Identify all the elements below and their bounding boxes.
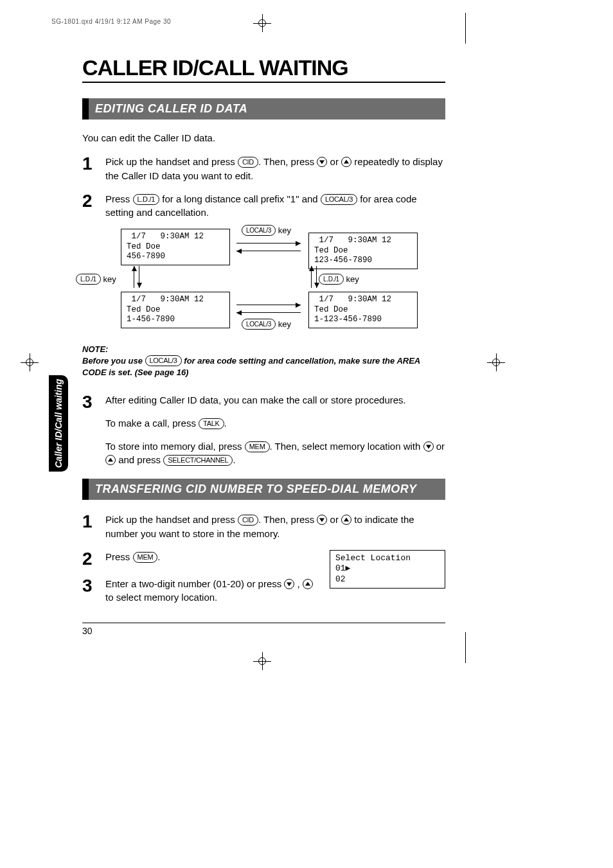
down-arrow-key-icon: [317, 157, 327, 167]
step-text: To make a call, press: [105, 418, 199, 429]
step-text: . Then, select memory location with: [270, 441, 423, 452]
arrow-right-icon: [236, 305, 301, 305]
select-channel-key-icon: SELECT/CHANNEL: [163, 455, 233, 466]
step-3: 3 Enter a two-digit number (01-20) or pr…: [82, 577, 317, 605]
down-arrow-key-icon: [284, 579, 294, 589]
page-body: CALLER ID/CALL WAITING EDITING CALLER ID…: [82, 55, 445, 636]
registration-mark-icon: [487, 353, 505, 371]
up-arrow-key-icon: [303, 579, 313, 589]
lcd-screen: 1/7 9:30AM 12 Ted Doe 1-456-7890: [121, 292, 230, 328]
step-number: 3: [82, 393, 99, 467]
note-text: Before you use LOCAL/3 for area code set…: [82, 355, 445, 378]
diagram-key-label: L.D./1 key: [76, 274, 116, 285]
cid-key-icon: CID: [238, 515, 258, 526]
step-text: Pick up the handset and press: [105, 156, 238, 167]
page-number: 30: [82, 623, 445, 636]
step-2: 2 Press MEM.: [82, 550, 317, 568]
step-text: or: [327, 514, 341, 525]
step-2: 2 Press L.D./1 for a long distance call …: [82, 192, 445, 220]
ld1-key-icon: L.D./1: [76, 274, 101, 285]
memory-lcd-screen: Select Location 01▶ 02: [330, 550, 445, 589]
step-text: ,: [294, 578, 303, 589]
side-tab-label: Caller ID/Call waiting: [53, 379, 64, 468]
step-3: 3 After editing Caller ID data, you can …: [82, 393, 445, 467]
step-text: or: [327, 156, 341, 167]
arrow-left-icon: [236, 251, 301, 251]
step-number: 2: [82, 192, 99, 220]
step-text: Press: [105, 551, 133, 562]
step-text: to select memory location.: [105, 592, 217, 603]
lcd-screen: 1/7 9:30AM 12 Ted Doe 1-123-456-7890: [308, 292, 418, 328]
cid-key-icon: CID: [238, 157, 258, 168]
registration-mark-icon: [253, 652, 271, 670]
step-text: .: [233, 454, 235, 465]
arrow-right-icon: [236, 243, 301, 244]
lcd-transition-diagram: 1/7 9:30AM 12 Ted Doe 456-7890 1/7 9:30A…: [108, 229, 468, 338]
step-text: Enter a two-digit number (01-20) or pres…: [105, 578, 284, 589]
ld1-key-icon: L.D./1: [133, 194, 160, 205]
step-text: Press: [105, 193, 133, 204]
arrow-left-icon: [236, 312, 301, 313]
side-tab: Caller ID/Call waiting: [49, 375, 68, 472]
registration-mark-icon: [21, 353, 39, 371]
mem-key-icon: MEM: [245, 441, 270, 452]
arrow-down-icon: [316, 266, 317, 288]
chapter-title: CALLER ID/CALL WAITING: [82, 55, 445, 83]
down-arrow-key-icon: [423, 441, 434, 452]
arrow-down-icon: [139, 266, 139, 288]
local3-key-icon: LOCAL/3: [321, 194, 357, 205]
step-text: After editing Caller ID data, you can ma…: [105, 393, 445, 407]
lcd-screen: 1/7 9:30AM 12 Ted Doe 456-7890: [121, 229, 230, 265]
step-text: . Then, press: [258, 156, 317, 167]
talk-key-icon: TALK: [199, 418, 224, 429]
arrow-up-icon: [134, 266, 134, 288]
registration-mark-icon: [253, 14, 271, 32]
step-number: 1: [82, 513, 99, 541]
crop-mark: [465, 13, 466, 44]
crop-mark: [465, 632, 466, 663]
diagram-key-label: LOCAL/3 key: [242, 319, 291, 330]
local3-key-icon: LOCAL/3: [145, 355, 182, 366]
note-label: NOTE:: [82, 344, 445, 354]
section-heading-transfer: TRANSFERING CID NUMBER TO SPEED-DIAL MEM…: [82, 479, 445, 500]
step-text: and press: [116, 454, 163, 465]
local3-key-icon: LOCAL/3: [242, 225, 276, 236]
step-text: for a long distance call prefix "1" and: [159, 193, 321, 204]
step-number: 2: [82, 550, 99, 568]
diagram-key-label: L.D./1 key: [319, 274, 359, 285]
mem-key-icon: MEM: [133, 552, 158, 563]
intro-text: You can edit the Caller ID data.: [82, 132, 445, 143]
step-number: 1: [82, 155, 99, 183]
step-text: Pick up the handset and press: [105, 514, 238, 525]
ld1-key-icon: L.D./1: [319, 274, 344, 285]
down-arrow-key-icon: [317, 515, 327, 525]
up-arrow-key-icon: [341, 515, 351, 525]
step-text: .: [224, 418, 227, 429]
prepress-header: SG-1801.qxd 4/19/1 9:12 AM Page 30: [51, 18, 171, 25]
step-number: 3: [82, 577, 99, 605]
section-heading-editing: EDITING CALLER ID DATA: [82, 98, 445, 120]
step-text: To store into memory dial, press: [105, 441, 245, 452]
local3-key-icon: LOCAL/3: [242, 319, 276, 330]
step-text: . Then, press: [258, 514, 317, 525]
step-1: 1 Pick up the handset and press CID. The…: [82, 155, 445, 183]
up-arrow-key-icon: [341, 157, 351, 167]
diagram-key-label: LOCAL/3 key: [242, 225, 291, 236]
up-arrow-key-icon: [105, 455, 116, 465]
lcd-screen: 1/7 9:30AM 12 Ted Doe 123-456-7890: [308, 233, 418, 269]
arrow-up-icon: [311, 266, 312, 288]
step-text: or: [434, 441, 445, 452]
step-text: .: [157, 551, 160, 562]
step-1: 1 Pick up the handset and press CID. The…: [82, 513, 445, 541]
